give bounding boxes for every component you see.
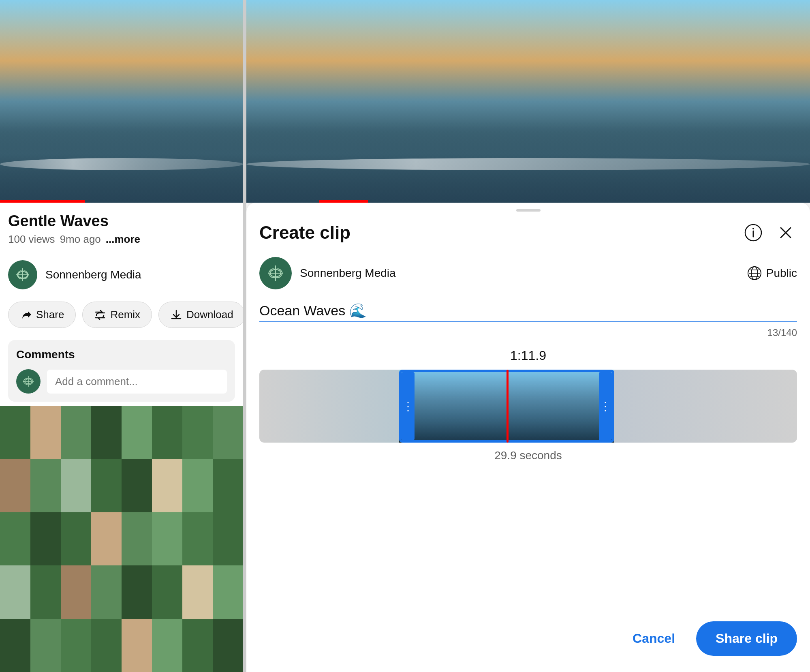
clip-timeline[interactable]: [259, 370, 797, 443]
channel-row-left: Sonnenberg Media: [0, 252, 243, 297]
comment-input-row: [16, 369, 227, 394]
pixel-cell: [91, 459, 122, 512]
wave-white: [0, 158, 243, 170]
sheet-title: Create clip: [259, 223, 351, 243]
info-icon: [744, 224, 762, 242]
char-count: 13/140: [246, 324, 810, 338]
sheet-header: Create clip: [246, 212, 810, 250]
pixel-cell: [213, 406, 243, 459]
timeline-handle-left[interactable]: [402, 372, 415, 440]
pixel-cell: [0, 459, 30, 512]
pixel-cell: [182, 565, 213, 618]
pixel-cell: [91, 406, 122, 459]
pixel-cell: [30, 406, 61, 459]
pixel-cell: [61, 459, 91, 512]
pixel-cell: [122, 512, 152, 565]
pixel-cell: [122, 459, 152, 512]
download-icon: [170, 309, 182, 321]
pixel-cell: [182, 459, 213, 512]
timeline-left-region: [259, 370, 399, 443]
pixel-cell: [182, 619, 213, 672]
comments-section: Comments: [8, 340, 235, 402]
pixel-cell: [30, 459, 61, 512]
comments-title: Comments: [16, 348, 227, 361]
pixel-cell: [61, 565, 91, 618]
pixel-cell: [91, 512, 122, 565]
pixel-cell: [213, 619, 243, 672]
clip-title-section: [246, 296, 810, 324]
pixel-cell: [182, 512, 213, 565]
more-link[interactable]: ...more: [106, 233, 140, 246]
public-badge: Public: [747, 265, 797, 281]
channel-row-sheet: Sonnenberg Media Public: [246, 250, 810, 296]
timeline-handle-right[interactable]: [599, 372, 612, 440]
svg-point-12: [752, 228, 754, 229]
pixel-cell: [152, 406, 182, 459]
channel-name-left: Sonnenberg Media: [45, 268, 141, 281]
pixel-cell: [122, 619, 152, 672]
view-count: 100 views: [8, 233, 55, 246]
pixel-cell: [122, 406, 152, 459]
pixel-cell: [30, 565, 61, 618]
pixel-cell: [152, 459, 182, 512]
share-clip-button[interactable]: Share clip: [696, 621, 797, 656]
pixel-cell: [91, 619, 122, 672]
timeline-playhead: [507, 370, 509, 443]
pixel-cell: [213, 565, 243, 618]
sheet-footer: Cancel Share clip: [246, 613, 810, 672]
pixel-cell: [0, 619, 30, 672]
video-thumbnail-left: [0, 0, 243, 203]
pixel-cell: [152, 565, 182, 618]
pixel-cell: [61, 619, 91, 672]
sheet-header-icons: [742, 221, 797, 244]
action-buttons: Share Remix Download Clip: [0, 297, 243, 336]
remix-button[interactable]: Remix: [82, 302, 152, 328]
pixel-cell: [61, 406, 91, 459]
clip-title-input[interactable]: [259, 302, 797, 322]
pixel-cell: [0, 406, 30, 459]
share-icon: [20, 309, 32, 321]
video-meta: 100 views 9mo ago ...more: [8, 233, 235, 246]
wave-white-right: [246, 158, 810, 170]
video-thumbnail-right: [246, 0, 810, 203]
pixel-cell: [122, 565, 152, 618]
remix-icon: [94, 309, 106, 321]
share-button[interactable]: Share: [8, 302, 76, 328]
pixel-cell: [61, 512, 91, 565]
right-panel: Create clip: [246, 0, 810, 672]
pixel-cell: [182, 406, 213, 459]
pixel-cell: [0, 512, 30, 565]
video-info: Gentle Waves 100 views 9mo ago ...more: [0, 203, 243, 252]
download-button[interactable]: Download: [158, 302, 243, 328]
close-button[interactable]: [774, 221, 797, 244]
timeline-right-region: [614, 370, 797, 443]
pixel-grid: [0, 406, 243, 672]
pixel-cell: [152, 512, 182, 565]
channel-name-sheet: Sonnenberg Media: [300, 267, 739, 280]
pixel-cell: [213, 459, 243, 512]
panel-divider: [243, 0, 246, 672]
timestamp-display: 1:11.9: [246, 338, 810, 370]
comment-input[interactable]: [47, 370, 227, 394]
pixel-cell: [152, 619, 182, 672]
globe-icon: [747, 265, 762, 281]
video-title: Gentle Waves: [8, 212, 235, 230]
pixel-cell: [30, 619, 61, 672]
public-label: Public: [766, 267, 797, 280]
comment-avatar: [16, 369, 41, 394]
pixel-cell: [213, 512, 243, 565]
channel-avatar-left[interactable]: [8, 260, 37, 289]
pixel-cell: [0, 565, 30, 618]
pixel-cell: [30, 512, 61, 565]
clip-duration: 29.9 seconds: [246, 443, 810, 472]
create-clip-sheet: Create clip: [246, 203, 810, 672]
channel-avatar-sheet: [259, 257, 292, 289]
info-button[interactable]: [742, 221, 765, 244]
cancel-button[interactable]: Cancel: [624, 625, 683, 653]
video-age: 9mo ago: [60, 233, 101, 246]
pixel-cell: [91, 565, 122, 618]
close-icon: [777, 224, 795, 242]
left-panel: Gentle Waves 100 views 9mo ago ...more S…: [0, 0, 243, 672]
